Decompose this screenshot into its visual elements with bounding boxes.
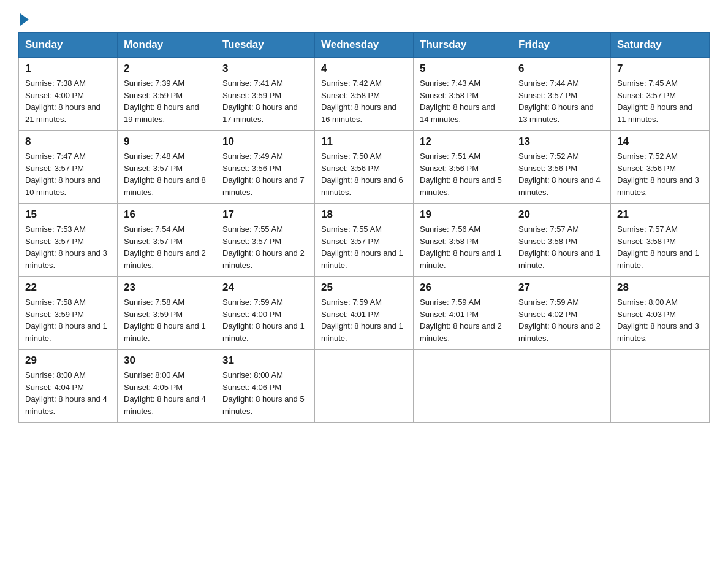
day-info: Sunrise: 7:58 AMSunset: 3:59 PMDaylight:… [25,296,111,344]
table-row: 8 Sunrise: 7:47 AMSunset: 3:57 PMDayligh… [19,131,118,204]
day-info: Sunrise: 7:56 AMSunset: 3:58 PMDaylight:… [420,223,506,271]
table-row: 22 Sunrise: 7:58 AMSunset: 3:59 PMDaylig… [19,277,118,350]
table-row: 1 Sunrise: 7:38 AMSunset: 4:00 PMDayligh… [19,58,118,131]
day-number: 6 [518,63,604,75]
day-number: 5 [420,63,506,75]
day-info: Sunrise: 8:00 AMSunset: 4:06 PMDaylight:… [222,369,308,417]
table-row: 2 Sunrise: 7:39 AMSunset: 3:59 PMDayligh… [118,58,216,131]
table-row: 26 Sunrise: 7:59 AMSunset: 4:01 PMDaylig… [414,277,512,350]
logo [18,12,29,21]
table-row: 28 Sunrise: 8:00 AMSunset: 4:03 PMDaylig… [611,277,710,350]
table-row: 15 Sunrise: 7:53 AMSunset: 3:57 PMDaylig… [19,204,118,277]
day-info: Sunrise: 7:39 AMSunset: 3:59 PMDaylight:… [124,77,210,125]
day-info: Sunrise: 7:52 AMSunset: 3:56 PMDaylight:… [617,150,703,198]
days-of-week-row: SundayMondayTuesdayWednesdayThursdayFrid… [19,33,710,58]
day-number: 7 [617,63,703,75]
day-number: 29 [25,354,111,367]
day-number: 21 [617,209,703,221]
day-info: Sunrise: 7:50 AMSunset: 3:56 PMDaylight:… [321,150,407,198]
day-number: 3 [222,63,308,75]
day-header-thursday: Thursday [414,33,512,58]
logo-arrow-icon [20,13,29,26]
table-row: 10 Sunrise: 7:49 AMSunset: 3:56 PMDaylig… [216,131,315,204]
day-info: Sunrise: 7:53 AMSunset: 3:57 PMDaylight:… [25,223,111,271]
day-number: 10 [222,136,308,148]
day-number: 8 [25,136,111,148]
day-info: Sunrise: 7:55 AMSunset: 3:57 PMDaylight:… [321,223,407,271]
page-header [18,12,710,21]
day-info: Sunrise: 7:57 AMSunset: 3:58 PMDaylight:… [617,223,703,271]
table-row: 14 Sunrise: 7:52 AMSunset: 3:56 PMDaylig… [611,131,710,204]
table-row [315,350,414,423]
table-row [611,350,710,423]
table-row: 5 Sunrise: 7:43 AMSunset: 3:58 PMDayligh… [414,58,512,131]
day-number: 4 [321,63,407,75]
week-row-5: 29 Sunrise: 8:00 AMSunset: 4:04 PMDaylig… [19,350,710,423]
week-row-4: 22 Sunrise: 7:58 AMSunset: 3:59 PMDaylig… [19,277,710,350]
table-row: 29 Sunrise: 8:00 AMSunset: 4:04 PMDaylig… [19,350,118,423]
day-number: 14 [617,136,703,148]
calendar-header: SundayMondayTuesdayWednesdayThursdayFrid… [19,33,710,58]
day-info: Sunrise: 7:52 AMSunset: 3:56 PMDaylight:… [518,150,604,198]
day-header-monday: Monday [118,33,216,58]
day-info: Sunrise: 7:54 AMSunset: 3:57 PMDaylight:… [124,223,210,271]
day-number: 30 [124,354,210,367]
day-header-sunday: Sunday [19,33,118,58]
day-number: 12 [420,136,506,148]
table-row: 12 Sunrise: 7:51 AMSunset: 3:56 PMDaylig… [414,131,512,204]
day-number: 22 [25,282,111,294]
day-number: 18 [321,209,407,221]
day-number: 23 [124,282,210,294]
table-row: 11 Sunrise: 7:50 AMSunset: 3:56 PMDaylig… [315,131,414,204]
table-row [414,350,512,423]
day-number: 31 [222,354,308,367]
table-row: 19 Sunrise: 7:56 AMSunset: 3:58 PMDaylig… [414,204,512,277]
table-row: 3 Sunrise: 7:41 AMSunset: 3:59 PMDayligh… [216,58,315,131]
table-row: 23 Sunrise: 7:58 AMSunset: 3:59 PMDaylig… [118,277,216,350]
day-info: Sunrise: 7:55 AMSunset: 3:57 PMDaylight:… [222,223,308,271]
day-number: 2 [124,63,210,75]
day-info: Sunrise: 8:00 AMSunset: 4:05 PMDaylight:… [124,369,210,417]
table-row: 7 Sunrise: 7:45 AMSunset: 3:57 PMDayligh… [611,58,710,131]
day-number: 16 [124,209,210,221]
table-row: 4 Sunrise: 7:42 AMSunset: 3:58 PMDayligh… [315,58,414,131]
day-number: 19 [420,209,506,221]
day-number: 13 [518,136,604,148]
day-number: 27 [518,282,604,294]
day-info: Sunrise: 7:41 AMSunset: 3:59 PMDaylight:… [222,77,308,125]
day-number: 11 [321,136,407,148]
day-number: 17 [222,209,308,221]
table-row [512,350,611,423]
day-info: Sunrise: 7:57 AMSunset: 3:58 PMDaylight:… [518,223,604,271]
day-info: Sunrise: 7:59 AMSunset: 4:00 PMDaylight:… [222,296,308,344]
day-info: Sunrise: 7:49 AMSunset: 3:56 PMDaylight:… [222,150,308,198]
day-header-tuesday: Tuesday [216,33,315,58]
table-row: 17 Sunrise: 7:55 AMSunset: 3:57 PMDaylig… [216,204,315,277]
day-number: 1 [25,63,111,75]
day-info: Sunrise: 7:58 AMSunset: 3:59 PMDaylight:… [124,296,210,344]
day-number: 26 [420,282,506,294]
day-number: 15 [25,209,111,221]
table-row: 27 Sunrise: 7:59 AMSunset: 4:02 PMDaylig… [512,277,611,350]
table-row: 30 Sunrise: 8:00 AMSunset: 4:05 PMDaylig… [118,350,216,423]
day-header-saturday: Saturday [611,33,710,58]
table-row: 16 Sunrise: 7:54 AMSunset: 3:57 PMDaylig… [118,204,216,277]
day-info: Sunrise: 7:38 AMSunset: 4:00 PMDaylight:… [25,77,111,125]
calendar-table: SundayMondayTuesdayWednesdayThursdayFrid… [18,32,710,423]
day-info: Sunrise: 7:51 AMSunset: 3:56 PMDaylight:… [420,150,506,198]
day-info: Sunrise: 8:00 AMSunset: 4:04 PMDaylight:… [25,369,111,417]
week-row-1: 1 Sunrise: 7:38 AMSunset: 4:00 PMDayligh… [19,58,710,131]
week-row-3: 15 Sunrise: 7:53 AMSunset: 3:57 PMDaylig… [19,204,710,277]
day-number: 9 [124,136,210,148]
day-info: Sunrise: 7:59 AMSunset: 4:01 PMDaylight:… [420,296,506,344]
week-row-2: 8 Sunrise: 7:47 AMSunset: 3:57 PMDayligh… [19,131,710,204]
day-info: Sunrise: 7:45 AMSunset: 3:57 PMDaylight:… [617,77,703,125]
day-info: Sunrise: 8:00 AMSunset: 4:03 PMDaylight:… [617,296,703,344]
day-info: Sunrise: 7:44 AMSunset: 3:57 PMDaylight:… [518,77,604,125]
table-row: 21 Sunrise: 7:57 AMSunset: 3:58 PMDaylig… [611,204,710,277]
day-number: 25 [321,282,407,294]
table-row: 31 Sunrise: 8:00 AMSunset: 4:06 PMDaylig… [216,350,315,423]
table-row: 13 Sunrise: 7:52 AMSunset: 3:56 PMDaylig… [512,131,611,204]
day-info: Sunrise: 7:42 AMSunset: 3:58 PMDaylight:… [321,77,407,125]
calendar-body: 1 Sunrise: 7:38 AMSunset: 4:00 PMDayligh… [19,58,710,423]
